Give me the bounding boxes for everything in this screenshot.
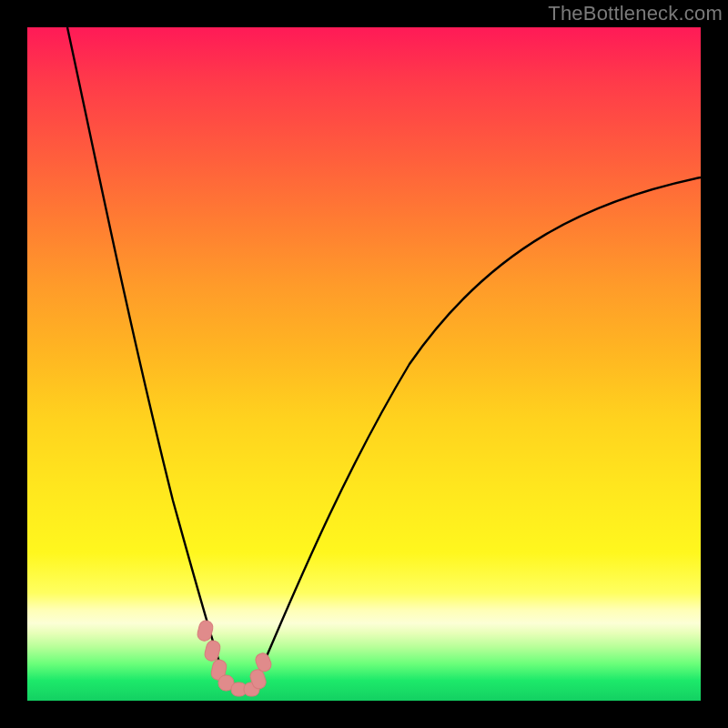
curve-left-branch xyxy=(67,27,224,676)
watermark-text: TheBottleneck.com xyxy=(548,2,723,25)
plot-area xyxy=(27,27,701,701)
bottleneck-curve-svg xyxy=(27,27,701,701)
curve-right-branch xyxy=(251,177,701,691)
chart-frame: TheBottleneck.com xyxy=(0,0,728,728)
marker-group xyxy=(197,620,274,696)
